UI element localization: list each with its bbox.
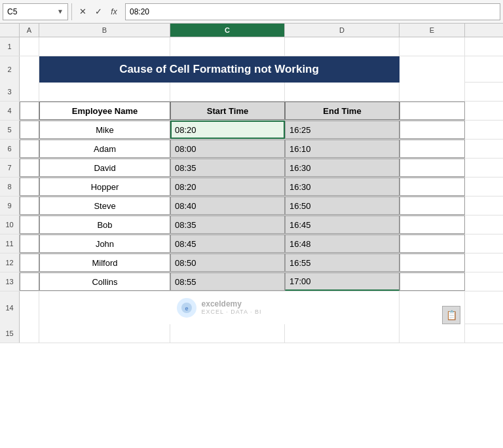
cell-d1[interactable]: [285, 37, 400, 56]
cell-a14[interactable]: [20, 291, 39, 324]
cell-b13[interactable]: Collins: [39, 272, 170, 291]
cell-b6[interactable]: Adam: [39, 140, 170, 158]
cell-c13[interactable]: 08:55: [170, 272, 285, 291]
cell-e12[interactable]: [400, 253, 465, 272]
cell-a12[interactable]: [20, 253, 39, 272]
col-header-a[interactable]: A: [20, 24, 39, 37]
row-num-12: 12: [0, 253, 20, 272]
paste-icon[interactable]: 📋: [442, 306, 460, 324]
grid: 1 2 Cause of Cell Formatting not Working…: [0, 37, 503, 448]
cell-e9[interactable]: [400, 196, 465, 215]
cell-b3[interactable]: [39, 83, 170, 101]
watermark-text: exceldemy EXCEL · DATA · BI: [202, 299, 262, 316]
cell-e8[interactable]: [400, 177, 465, 196]
row-num-7: 7: [0, 159, 20, 177]
cell-c5[interactable]: 08:20: [170, 121, 285, 139]
cell-c12[interactable]: 08:50: [170, 253, 285, 272]
grid-row-14: 14 e exceldemy EXCEL · DATA · BI: [0, 291, 503, 324]
cell-d3[interactable]: [285, 83, 400, 101]
name-box[interactable]: C5 ▼: [3, 3, 68, 20]
cell-e2[interactable]: [400, 56, 465, 83]
cell-e7[interactable]: [400, 159, 465, 177]
cell-a10[interactable]: [20, 215, 39, 234]
cell-e5[interactable]: [400, 121, 465, 139]
row-num-8: 8: [0, 177, 20, 196]
cell-e15[interactable]: [400, 324, 465, 343]
confirm-formula-button[interactable]: ✓: [91, 5, 105, 19]
cell-d9[interactable]: 16:50: [285, 196, 400, 215]
cell-d5[interactable]: 16:25: [285, 121, 400, 139]
cell-a6[interactable]: [20, 140, 39, 158]
row-num-5: 5: [0, 121, 20, 139]
row-num-6: 6: [0, 140, 20, 158]
col-header-d[interactable]: D: [285, 24, 400, 37]
cell-a15[interactable]: [20, 324, 39, 343]
cell-a2[interactable]: [20, 56, 39, 83]
svg-text:e: e: [185, 305, 188, 312]
row-num-9: 9: [0, 196, 20, 215]
cell-b8[interactable]: Hopper: [39, 177, 170, 196]
cell-e10[interactable]: [400, 215, 465, 234]
name-box-arrow: ▼: [57, 8, 64, 15]
cell-e14[interactable]: 📋: [400, 291, 465, 324]
cell-d15[interactable]: [285, 324, 400, 343]
cell-a7[interactable]: [20, 159, 39, 177]
cell-b10[interactable]: Bob: [39, 215, 170, 234]
grid-row-12: 12 Milford 08:50 16:55: [0, 253, 503, 272]
cell-c1[interactable]: [170, 37, 285, 56]
cell-a11[interactable]: [20, 234, 39, 253]
cell-a4[interactable]: [20, 102, 39, 120]
cell-b12[interactable]: Milford: [39, 253, 170, 272]
cell-e13[interactable]: [400, 272, 465, 291]
cell-e3[interactable]: [400, 83, 465, 101]
cancel-formula-button[interactable]: ✕: [75, 5, 90, 19]
cell-c9[interactable]: 08:40: [170, 196, 285, 215]
cell-c6[interactable]: 08:00: [170, 140, 285, 158]
cell-a3[interactable]: [20, 83, 39, 101]
insert-function-button[interactable]: fx: [107, 5, 121, 19]
cell-a13[interactable]: [20, 272, 39, 291]
cell-b7[interactable]: David: [39, 159, 170, 177]
cell-c11[interactable]: 08:45: [170, 234, 285, 253]
grid-row-13: 13 Collins 08:55 17:00: [0, 272, 503, 291]
cell-d12[interactable]: 16:55: [285, 253, 400, 272]
cell-b11[interactable]: John: [39, 234, 170, 253]
col-header-e[interactable]: E: [400, 24, 465, 37]
cell-e6[interactable]: [400, 140, 465, 158]
cell-c7[interactable]: 08:35: [170, 159, 285, 177]
cell-a8[interactable]: [20, 177, 39, 196]
cell-d6[interactable]: 16:10: [285, 140, 400, 158]
watermark-site-name: exceldemy: [202, 299, 262, 308]
cell-d11[interactable]: 16:48: [285, 234, 400, 253]
cell-d13[interactable]: 17:00: [285, 272, 400, 291]
cell-c8[interactable]: 08:20: [170, 177, 285, 196]
row-num-1: 1: [0, 37, 20, 56]
cell-a9[interactable]: [20, 196, 39, 215]
cell-b5[interactable]: Mike: [39, 121, 170, 139]
cell-c15[interactable]: [170, 324, 285, 343]
cell-c10[interactable]: 08:35: [170, 215, 285, 234]
corner-header: [0, 24, 20, 37]
watermark-tagline: EXCEL · DATA · BI: [202, 308, 262, 316]
grid-row-6: 6 Adam 08:00 16:10: [0, 140, 503, 159]
cell-e4[interactable]: [400, 102, 465, 120]
cell-c3[interactable]: [170, 83, 285, 101]
cell-a1[interactable]: [20, 37, 39, 56]
grid-row-15: 15: [0, 324, 503, 343]
cell-a5[interactable]: [20, 121, 39, 139]
grid-row-8: 8 Hopper 08:20 16:30: [0, 177, 503, 196]
cell-e11[interactable]: [400, 234, 465, 253]
cell-b15[interactable]: [39, 324, 170, 343]
grid-row-10: 10 Bob 08:35 16:45: [0, 215, 503, 234]
col-header-c[interactable]: C: [170, 24, 285, 37]
grid-row-2: 2 Cause of Cell Formatting not Working: [0, 56, 503, 83]
formula-bar-divider: [71, 3, 72, 20]
cell-d7[interactable]: 16:30: [285, 159, 400, 177]
cell-b9[interactable]: Steve: [39, 196, 170, 215]
cell-b1[interactable]: [39, 37, 170, 56]
cell-d8[interactable]: 16:30: [285, 177, 400, 196]
cell-d10[interactable]: 16:45: [285, 215, 400, 234]
formula-input[interactable]: 08:20: [125, 3, 500, 20]
col-header-b[interactable]: B: [39, 24, 170, 37]
cell-e1[interactable]: [400, 37, 465, 56]
